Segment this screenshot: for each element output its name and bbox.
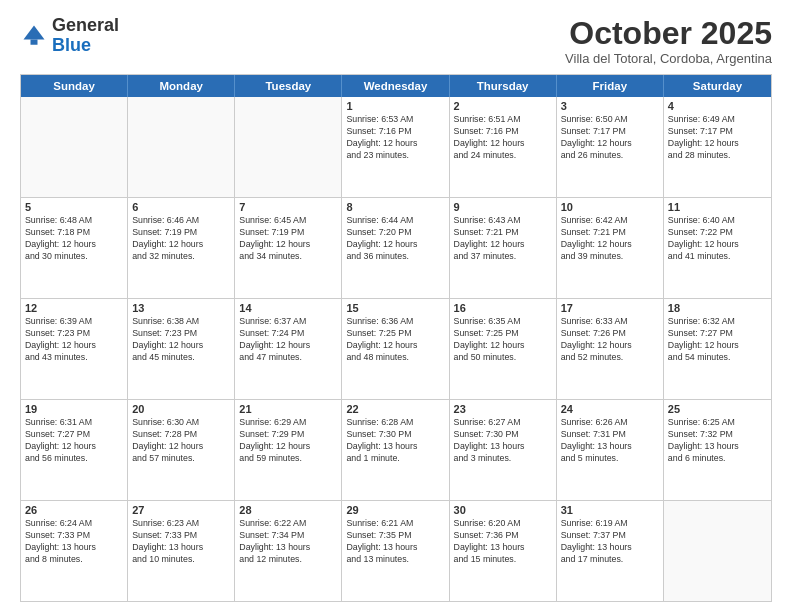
day-cell-18: 18Sunrise: 6:32 AM Sunset: 7:27 PM Dayli… (664, 299, 771, 399)
day-cell-1: 1Sunrise: 6:53 AM Sunset: 7:16 PM Daylig… (342, 97, 449, 197)
day-info: Sunrise: 6:51 AM Sunset: 7:16 PM Dayligh… (454, 114, 552, 162)
day-info: Sunrise: 6:29 AM Sunset: 7:29 PM Dayligh… (239, 417, 337, 465)
day-number: 14 (239, 302, 337, 314)
day-info: Sunrise: 6:35 AM Sunset: 7:25 PM Dayligh… (454, 316, 552, 364)
day-cell-25: 25Sunrise: 6:25 AM Sunset: 7:32 PM Dayli… (664, 400, 771, 500)
empty-cell (235, 97, 342, 197)
day-info: Sunrise: 6:50 AM Sunset: 7:17 PM Dayligh… (561, 114, 659, 162)
day-number: 9 (454, 201, 552, 213)
day-number: 12 (25, 302, 123, 314)
header: General Blue October 2025 Villa del Toto… (20, 16, 772, 66)
day-number: 31 (561, 504, 659, 516)
day-number: 25 (668, 403, 767, 415)
weekday-header-wednesday: Wednesday (342, 75, 449, 97)
day-info: Sunrise: 6:45 AM Sunset: 7:19 PM Dayligh… (239, 215, 337, 263)
calendar-body: 1Sunrise: 6:53 AM Sunset: 7:16 PM Daylig… (21, 97, 771, 601)
day-number: 20 (132, 403, 230, 415)
day-number: 8 (346, 201, 444, 213)
day-number: 29 (346, 504, 444, 516)
day-info: Sunrise: 6:38 AM Sunset: 7:23 PM Dayligh… (132, 316, 230, 364)
calendar-header: SundayMondayTuesdayWednesdayThursdayFrid… (21, 75, 771, 97)
day-number: 3 (561, 100, 659, 112)
day-info: Sunrise: 6:40 AM Sunset: 7:22 PM Dayligh… (668, 215, 767, 263)
subtitle: Villa del Totoral, Cordoba, Argentina (565, 51, 772, 66)
calendar-row-0: 1Sunrise: 6:53 AM Sunset: 7:16 PM Daylig… (21, 97, 771, 197)
day-cell-3: 3Sunrise: 6:50 AM Sunset: 7:17 PM Daylig… (557, 97, 664, 197)
day-cell-15: 15Sunrise: 6:36 AM Sunset: 7:25 PM Dayli… (342, 299, 449, 399)
day-cell-24: 24Sunrise: 6:26 AM Sunset: 7:31 PM Dayli… (557, 400, 664, 500)
day-cell-17: 17Sunrise: 6:33 AM Sunset: 7:26 PM Dayli… (557, 299, 664, 399)
weekday-header-monday: Monday (128, 75, 235, 97)
day-number: 6 (132, 201, 230, 213)
weekday-header-friday: Friday (557, 75, 664, 97)
day-cell-13: 13Sunrise: 6:38 AM Sunset: 7:23 PM Dayli… (128, 299, 235, 399)
day-cell-16: 16Sunrise: 6:35 AM Sunset: 7:25 PM Dayli… (450, 299, 557, 399)
logo-general: General (52, 15, 119, 35)
day-number: 19 (25, 403, 123, 415)
day-number: 5 (25, 201, 123, 213)
logo-icon (20, 22, 48, 50)
day-info: Sunrise: 6:28 AM Sunset: 7:30 PM Dayligh… (346, 417, 444, 465)
day-number: 24 (561, 403, 659, 415)
day-number: 7 (239, 201, 337, 213)
day-cell-7: 7Sunrise: 6:45 AM Sunset: 7:19 PM Daylig… (235, 198, 342, 298)
day-info: Sunrise: 6:46 AM Sunset: 7:19 PM Dayligh… (132, 215, 230, 263)
weekday-header-tuesday: Tuesday (235, 75, 342, 97)
day-cell-26: 26Sunrise: 6:24 AM Sunset: 7:33 PM Dayli… (21, 501, 128, 601)
logo-blue: Blue (52, 35, 91, 55)
calendar-row-2: 12Sunrise: 6:39 AM Sunset: 7:23 PM Dayli… (21, 298, 771, 399)
day-cell-22: 22Sunrise: 6:28 AM Sunset: 7:30 PM Dayli… (342, 400, 449, 500)
weekday-header-sunday: Sunday (21, 75, 128, 97)
day-cell-4: 4Sunrise: 6:49 AM Sunset: 7:17 PM Daylig… (664, 97, 771, 197)
day-info: Sunrise: 6:48 AM Sunset: 7:18 PM Dayligh… (25, 215, 123, 263)
day-number: 16 (454, 302, 552, 314)
day-info: Sunrise: 6:23 AM Sunset: 7:33 PM Dayligh… (132, 518, 230, 566)
day-info: Sunrise: 6:24 AM Sunset: 7:33 PM Dayligh… (25, 518, 123, 566)
day-info: Sunrise: 6:25 AM Sunset: 7:32 PM Dayligh… (668, 417, 767, 465)
day-info: Sunrise: 6:42 AM Sunset: 7:21 PM Dayligh… (561, 215, 659, 263)
day-info: Sunrise: 6:32 AM Sunset: 7:27 PM Dayligh… (668, 316, 767, 364)
day-cell-28: 28Sunrise: 6:22 AM Sunset: 7:34 PM Dayli… (235, 501, 342, 601)
logo: General Blue (20, 16, 119, 56)
day-info: Sunrise: 6:43 AM Sunset: 7:21 PM Dayligh… (454, 215, 552, 263)
day-cell-5: 5Sunrise: 6:48 AM Sunset: 7:18 PM Daylig… (21, 198, 128, 298)
day-cell-20: 20Sunrise: 6:30 AM Sunset: 7:28 PM Dayli… (128, 400, 235, 500)
day-info: Sunrise: 6:22 AM Sunset: 7:34 PM Dayligh… (239, 518, 337, 566)
day-cell-9: 9Sunrise: 6:43 AM Sunset: 7:21 PM Daylig… (450, 198, 557, 298)
day-info: Sunrise: 6:27 AM Sunset: 7:30 PM Dayligh… (454, 417, 552, 465)
day-cell-19: 19Sunrise: 6:31 AM Sunset: 7:27 PM Dayli… (21, 400, 128, 500)
day-cell-27: 27Sunrise: 6:23 AM Sunset: 7:33 PM Dayli… (128, 501, 235, 601)
day-number: 27 (132, 504, 230, 516)
empty-cell (21, 97, 128, 197)
day-info: Sunrise: 6:26 AM Sunset: 7:31 PM Dayligh… (561, 417, 659, 465)
svg-marker-0 (24, 25, 45, 39)
day-cell-8: 8Sunrise: 6:44 AM Sunset: 7:20 PM Daylig… (342, 198, 449, 298)
day-number: 21 (239, 403, 337, 415)
day-number: 2 (454, 100, 552, 112)
day-number: 23 (454, 403, 552, 415)
day-cell-31: 31Sunrise: 6:19 AM Sunset: 7:37 PM Dayli… (557, 501, 664, 601)
day-info: Sunrise: 6:53 AM Sunset: 7:16 PM Dayligh… (346, 114, 444, 162)
day-info: Sunrise: 6:44 AM Sunset: 7:20 PM Dayligh… (346, 215, 444, 263)
day-info: Sunrise: 6:19 AM Sunset: 7:37 PM Dayligh… (561, 518, 659, 566)
day-cell-6: 6Sunrise: 6:46 AM Sunset: 7:19 PM Daylig… (128, 198, 235, 298)
day-cell-12: 12Sunrise: 6:39 AM Sunset: 7:23 PM Dayli… (21, 299, 128, 399)
calendar-row-3: 19Sunrise: 6:31 AM Sunset: 7:27 PM Dayli… (21, 399, 771, 500)
day-info: Sunrise: 6:33 AM Sunset: 7:26 PM Dayligh… (561, 316, 659, 364)
day-number: 17 (561, 302, 659, 314)
weekday-header-saturday: Saturday (664, 75, 771, 97)
day-cell-30: 30Sunrise: 6:20 AM Sunset: 7:36 PM Dayli… (450, 501, 557, 601)
day-number: 4 (668, 100, 767, 112)
calendar-row-1: 5Sunrise: 6:48 AM Sunset: 7:18 PM Daylig… (21, 197, 771, 298)
day-info: Sunrise: 6:20 AM Sunset: 7:36 PM Dayligh… (454, 518, 552, 566)
day-info: Sunrise: 6:30 AM Sunset: 7:28 PM Dayligh… (132, 417, 230, 465)
day-cell-11: 11Sunrise: 6:40 AM Sunset: 7:22 PM Dayli… (664, 198, 771, 298)
day-info: Sunrise: 6:36 AM Sunset: 7:25 PM Dayligh… (346, 316, 444, 364)
day-cell-2: 2Sunrise: 6:51 AM Sunset: 7:16 PM Daylig… (450, 97, 557, 197)
day-number: 15 (346, 302, 444, 314)
day-number: 22 (346, 403, 444, 415)
day-number: 13 (132, 302, 230, 314)
day-info: Sunrise: 6:21 AM Sunset: 7:35 PM Dayligh… (346, 518, 444, 566)
day-number: 11 (668, 201, 767, 213)
logo-text: General Blue (52, 16, 119, 56)
